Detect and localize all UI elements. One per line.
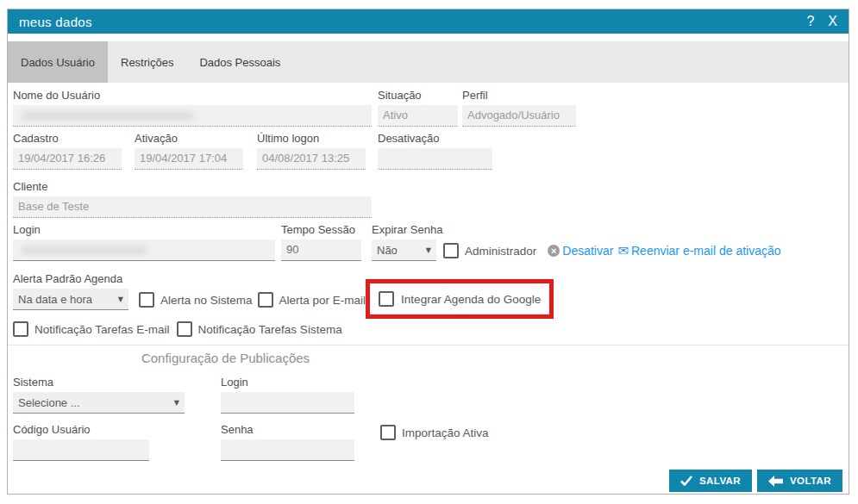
alerta-por-email-checkbox[interactable] (258, 292, 273, 308)
help-icon[interactable]: ? (806, 14, 814, 29)
meus-dados-dialog: meus dados ? X Dados Usuário Restrições … (7, 9, 849, 495)
alerta-no-sistema-label: Alerta no Sistema (160, 294, 253, 307)
cadastro-label: Cadastro (13, 132, 122, 145)
publicacoes-login-label: Login (221, 376, 354, 389)
desativacao-field (378, 148, 492, 170)
desativar-link[interactable]: × Desativar (548, 244, 613, 258)
cliente-label: Cliente (13, 180, 372, 193)
perfil-field: Advogado/Usuário (462, 105, 576, 127)
notificacao-tarefas-sistema-label: Notificação Tarefas Sistema (198, 323, 342, 336)
form-content: Nome do Usuário Situação Ativo Perfil Ad… (8, 89, 849, 461)
importacao-ativa-label: Importação Ativa (402, 426, 489, 439)
publicacoes-login-field[interactable] (221, 392, 354, 414)
cliente-field: Base de Teste (13, 196, 372, 218)
desativacao-label: Desativação (378, 132, 492, 145)
envelope-icon: ✉ (617, 245, 629, 258)
tempo-sessao-field[interactable]: 90 (281, 240, 361, 261)
ultimo-logon-field: 04/08/2017 13:25 (257, 148, 366, 170)
tab-bar: Dados Usuário Restrições Dados Pessoais (8, 41, 849, 83)
chevron-down-icon: ▼ (118, 289, 123, 309)
notificacao-tarefas-email-checkbox[interactable] (13, 321, 28, 337)
dialog-titlebar: meus dados ? X (8, 9, 849, 34)
ativacao-label: Ativação (135, 132, 243, 145)
codigo-usuario-label: Código Usuário (13, 423, 149, 436)
senha-label: Senha (221, 423, 354, 436)
perfil-label: Perfil (462, 89, 576, 102)
circle-x-icon: × (548, 245, 560, 257)
tab-dados-pessoais[interactable]: Dados Pessoais (186, 41, 293, 83)
tab-restricoes[interactable]: Restrições (108, 41, 186, 83)
redacted-value (22, 111, 194, 121)
nome-usuario-label: Nome do Usuário (13, 89, 372, 102)
sistema-label: Sistema (13, 376, 185, 389)
expirar-senha-select[interactable]: Não ▼ (372, 240, 436, 261)
nome-usuario-field (13, 105, 372, 127)
sistema-select[interactable]: Selecione ... ▼ (13, 392, 185, 414)
chevron-down-icon: ▼ (174, 393, 179, 413)
alerta-por-email-label: Alerta por E-mail (279, 294, 366, 307)
notificacao-tarefas-sistema-checkbox[interactable] (177, 321, 192, 337)
alerta-no-sistema-checkbox[interactable] (139, 292, 154, 308)
cadastro-field: 19/04/2017 16:26 (13, 148, 122, 170)
notificacao-tarefas-email-label: Notificação Tarefas E-mail (34, 323, 170, 336)
senha-field[interactable] (221, 439, 354, 461)
title-gap (8, 34, 849, 41)
administrador-label: Administrador (465, 245, 536, 258)
close-icon[interactable]: X (828, 14, 837, 29)
integrar-agenda-google-label: Integrar Agenda do Google (401, 293, 541, 306)
publicacoes-section-title: Configuração de Publicações (13, 352, 438, 364)
codigo-usuario-field[interactable] (13, 439, 149, 461)
tempo-sessao-label: Tempo Sessão (281, 223, 361, 236)
salvar-button[interactable]: SALVAR (669, 470, 752, 492)
login-field[interactable] (13, 240, 275, 261)
situacao-field: Ativo (378, 105, 458, 127)
login-label: Login (13, 223, 275, 236)
section-divider (8, 345, 849, 345)
tab-dados-usuario[interactable]: Dados Usuário (8, 41, 108, 83)
highlight-box: Integrar Agenda do Google (366, 279, 554, 319)
check-icon (680, 476, 692, 486)
redacted-value (22, 246, 147, 255)
ativacao-field: 19/04/2017 17:04 (135, 148, 243, 170)
ultimo-logon-label: Último logon (257, 132, 366, 145)
dialog-title: meus dados (19, 15, 92, 29)
chevron-down-icon: ▼ (426, 240, 431, 260)
alerta-padrao-agenda-label: Alerta Padrão Agenda (13, 272, 128, 285)
footer-actions: SALVAR VOLTAR (669, 470, 842, 492)
situacao-label: Situação (378, 89, 458, 102)
arrow-left-icon (768, 476, 783, 487)
importacao-ativa-checkbox[interactable] (380, 425, 396, 440)
expirar-senha-label: Expirar Senha (372, 223, 436, 236)
reenviar-email-link[interactable]: ✉ Reenviar e-mail de ativação (617, 244, 780, 258)
voltar-button[interactable]: VOLTAR (757, 470, 842, 492)
administrador-checkbox[interactable] (443, 243, 459, 258)
integrar-agenda-google-checkbox[interactable] (379, 291, 394, 307)
alerta-padrao-agenda-select[interactable]: Na data e hora ▼ (13, 289, 128, 310)
